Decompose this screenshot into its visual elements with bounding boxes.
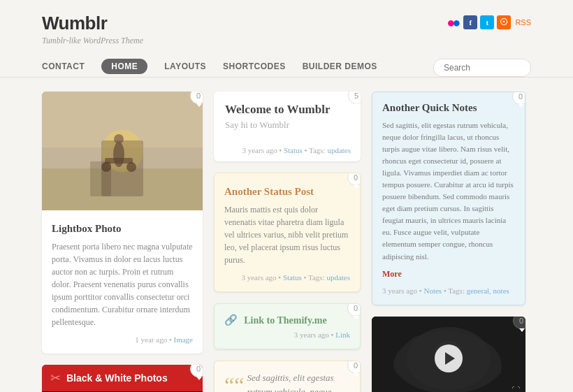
link-title-row: 🔗 Link to Themify.me [224,314,350,326]
search-input[interactable] [433,59,531,77]
play-button[interactable] [435,344,463,372]
svg-point-8 [126,162,136,172]
nav-item-contact[interactable]: CONTACT [42,59,85,77]
link-tag[interactable]: Link [335,331,350,339]
lightbox-photo-card: 0 [42,92,203,354]
bw-title: Black & White Photos [66,372,168,384]
facebook-icon[interactable]: f [463,15,477,29]
welcome-meta: 3 years ago • Status • Tags: updates [242,146,351,154]
rss-label[interactable]: RSS [515,18,531,27]
status-content: Another Status Post Mauris mattis est qu… [215,173,360,291]
lightbox-tag[interactable]: Image [174,335,193,344]
rss-icon[interactable]: ☉ [497,15,511,29]
link-title[interactable]: Link to Themify.me [244,315,326,326]
main-nav: CONTACT HOME LAYOUTS SHORTCODES BUILDER … [42,52,531,77]
notes-text: Sed sagittis, elit egestas rutrum vehicu… [382,119,515,263]
nav-item-shortcodes[interactable]: SHORTCODES [223,59,286,77]
lightbox-photo [42,92,203,210]
flickr-icon[interactable]: ●● [447,15,460,29]
site-branding: Wumblr Tumblr-like WordPress Theme [42,13,143,46]
status-meta: 3 years ago • Status • Tags: updates [224,273,350,282]
video-thumbnail[interactable]: ⛶ [372,317,525,392]
social-icons-bar: ●● f t ☉ RSS [447,15,531,29]
svg-point-5 [114,134,124,144]
link-chain-icon: 🔗 [224,314,238,326]
lightbox-content: Lightbox Photo Praesent porta libero nec… [42,210,203,354]
play-triangle-icon [445,352,455,365]
site-title: Wumblr [42,13,143,34]
lightbox-title: Lightbox Photo [52,223,193,235]
svg-rect-6 [105,158,133,164]
link-meta: 3 years ago • Link [224,331,350,339]
bw-header: ✂ Black & White Photos [42,365,203,391]
status-text: Mauris mattis est quis dolor venenatis v… [224,203,350,266]
main-content: 0 [0,78,573,392]
header: Wumblr Tumblr-like WordPress Theme ●● f … [0,0,573,78]
notes-notes-tag[interactable]: notes [493,286,509,295]
welcome-title: Welcome to Wumblr [225,103,349,117]
notes-meta: 3 years ago • Notes • Tags: general, not… [382,286,515,295]
link-card: 0 🔗 Link to Themify.me 3 years ago • Lin… [214,303,361,349]
notes-card: 0 Another Quick Notes Sed sagittis, elit… [372,92,525,305]
notes-more-link[interactable]: More [382,269,402,279]
twitter-icon[interactable]: t [480,15,494,29]
site-tagline: Tumblr-like WordPress Theme [42,36,143,46]
status-post-card: 0 Another Status Post Mauris mattis est … [214,173,361,292]
clip-icon: ✂ [50,370,61,386]
nav-item-builder-demos[interactable]: BUILDER DEMOS [303,59,377,77]
status-updates-tag[interactable]: updates [326,273,350,282]
status-tag[interactable]: Status [283,273,302,282]
status-title: Another Status Post [224,186,350,198]
welcome-updates-tag[interactable]: updates [327,146,351,154]
notes-content: Another Quick Notes Sed sagittis, elit e… [372,92,525,305]
lightbox-meta: 1 year ago • Image [52,335,193,344]
nav-item-layouts[interactable]: LAYOUTS [164,59,206,77]
welcome-status-tag[interactable]: Status [284,146,303,154]
notes-general-tag[interactable]: general [467,286,489,295]
column-3: 0 Another Quick Notes Sed sagittis, elit… [372,92,525,392]
quote-content-inner: ““ Sed sagittis, elit egestas rutrum veh… [224,371,350,392]
svg-rect-1 [42,168,203,210]
welcome-content: Welcome to Wumblr Say hi to Wumblr 3 yea… [214,92,361,161]
expand-icon: ⛶ [512,386,520,392]
welcome-card: 5 Welcome to Wumblr Say hi to Wumblr 3 y… [214,92,361,161]
quote-card: 0 ““ Sed sagittis, elit egestas rutrum v… [214,361,361,392]
notes-title: Another Quick Notes [382,102,515,114]
quote-content: ““ Sed sagittis, elit egestas rutrum veh… [215,361,360,392]
svg-point-4 [113,142,124,167]
column-1: 0 [42,92,203,392]
svg-point-7 [101,162,111,172]
nav-item-home[interactable]: HOME [101,59,147,74]
link-content: 🔗 Link to Themify.me 3 years ago • Link [215,304,360,349]
quote-mark-icon: ““ [224,374,244,392]
notes-tag[interactable]: Notes [423,286,442,295]
video-card: 0 ⛶ Vimeo Video 3 years ago • Video • Ta… [372,317,525,392]
welcome-subtitle: Say hi to Wumblr [225,119,349,131]
lightbox-text: Praesent porta libero nec magna vulputat… [52,240,193,328]
bw-photos-card: 0 ✂ Black & White Photos [42,365,203,392]
column-2: 5 Welcome to Wumblr Say hi to Wumblr 3 y… [214,92,361,392]
